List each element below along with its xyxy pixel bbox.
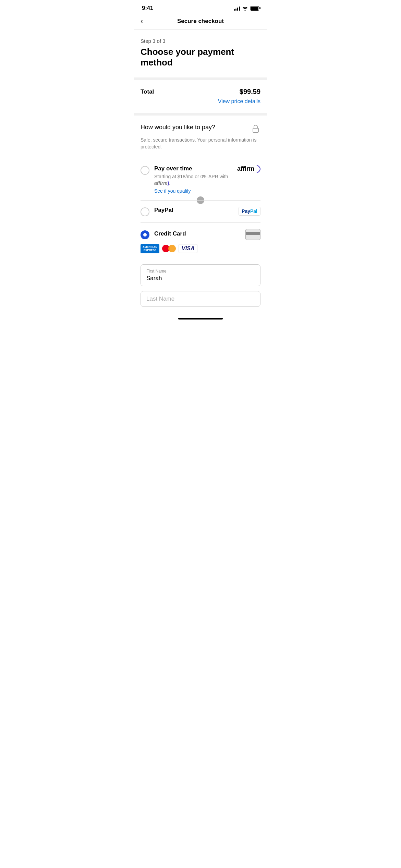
page-title: Secure checkout [177, 18, 224, 25]
last-name-label: Last Name [146, 296, 255, 302]
payment-title: How would you like to pay? [141, 124, 215, 131]
credit-card-option-content: Credit Card [154, 230, 242, 239]
home-bar [178, 318, 223, 320]
pay-over-time-option[interactable]: Pay over time Starting at $18/mo or 0% A… [141, 159, 260, 200]
affirm-option-content: Pay over time Starting at $18/mo or 0% A… [154, 165, 234, 194]
battery-icon [250, 6, 259, 11]
svg-rect-0 [253, 128, 258, 132]
back-button[interactable]: ‹ [141, 17, 143, 25]
total-label: Total [141, 88, 154, 95]
payment-header: How would you like to pay? [141, 124, 260, 133]
step-section: Step 3 of 3 Choose your payment method [134, 30, 267, 80]
amex-logo: AMERICANEXPRESS [141, 244, 159, 253]
affirm-option-desc: Starting at $18/mo or 0% APR with affirm… [154, 173, 234, 187]
credit-card-icon [245, 229, 260, 240]
home-indicator [134, 314, 267, 322]
first-name-label: First Name [146, 269, 255, 274]
card-logos-row: AMERICANEXPRESS VISA [141, 244, 260, 253]
status-time: 9:41 [142, 5, 153, 12]
paypal-option[interactable]: PayPal PayPal [141, 200, 260, 222]
wifi-icon [242, 6, 248, 11]
affirm-radio[interactable] [141, 166, 149, 175]
nav-header: ‹ Secure checkout [134, 14, 267, 30]
status-bar: 9:41 [134, 0, 267, 14]
first-name-field[interactable]: First Name Sarah [141, 264, 260, 286]
mastercard-logo [162, 244, 176, 253]
paypal-option-name: PayPal [154, 207, 235, 214]
credit-card-option[interactable]: Credit Card AMERICANEXPRESS VISA [141, 222, 260, 260]
affirm-logo: affirm [237, 165, 260, 173]
paypal-radio[interactable] [141, 207, 149, 216]
step-title: Choose your payment method [141, 47, 260, 68]
first-name-value: Sarah [146, 275, 255, 282]
view-price-details-link[interactable]: View price details [141, 98, 260, 105]
total-row: Total $99.59 [141, 88, 260, 96]
credit-card-option-name: Credit Card [154, 230, 242, 237]
paypal-logo: PayPal [239, 207, 260, 216]
paypal-option-content: PayPal [154, 207, 235, 215]
payment-section: How would you like to pay? Safe, secure … [134, 116, 267, 307]
credit-card-radio[interactable] [141, 230, 149, 239]
affirm-option-name: Pay over time [154, 165, 234, 172]
total-section: Total $99.59 View price details [134, 80, 267, 116]
visa-logo: VISA [179, 244, 197, 253]
step-label: Step 3 of 3 [141, 38, 260, 44]
lock-icon [251, 124, 260, 133]
last-name-field[interactable]: Last Name [141, 291, 260, 307]
affirm-qualify-link[interactable]: See if you qualify [154, 188, 234, 194]
signal-icon [234, 6, 240, 11]
payment-description: Safe, secure transactions. Your personal… [141, 137, 260, 150]
affirm-inline-logo: affirm [154, 180, 168, 186]
total-amount: $99.59 [240, 88, 260, 96]
status-icons [234, 6, 259, 11]
